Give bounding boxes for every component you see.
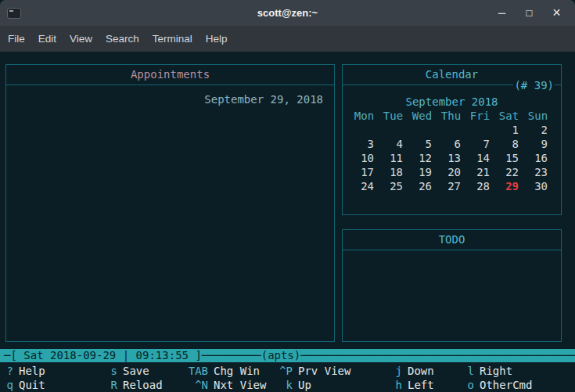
menubar: File Edit View Search Terminal Help bbox=[0, 26, 575, 52]
calendar-day-cell: 3 bbox=[350, 137, 379, 151]
calendar-day-cell: 16 bbox=[523, 151, 552, 165]
menu-terminal[interactable]: Terminal bbox=[153, 26, 192, 52]
keybinding-key: s bbox=[110, 364, 117, 378]
calendar-day-cell: 8 bbox=[494, 137, 523, 151]
todo-panel: TODO bbox=[342, 229, 562, 342]
titlebar[interactable]: scott@zen:~ ─ □ × bbox=[0, 0, 575, 26]
keybinding-label: Save bbox=[123, 364, 149, 378]
calendar-day-cell: 27 bbox=[437, 179, 465, 193]
calendar-day-cell: 6 bbox=[437, 137, 465, 151]
calendar-day-cell: 9 bbox=[523, 137, 552, 151]
keybinding-prv-view: ^P Prv View bbox=[279, 364, 350, 378]
calendar-day-cell: 10 bbox=[350, 151, 379, 165]
day-header-wed: Wed bbox=[408, 109, 437, 123]
keybinding-label: Nxt View bbox=[214, 378, 266, 392]
todo-title: TODO bbox=[343, 230, 561, 250]
calendar-day-cell: 26 bbox=[408, 179, 437, 193]
calendar-day-cell: 7 bbox=[465, 137, 494, 151]
calendar-panel: Calendar (# 39) September 2018 Mon Tue W… bbox=[342, 64, 562, 215]
calendar-day-cell: 1 bbox=[494, 123, 523, 137]
keybinding-label: Quit bbox=[19, 378, 45, 392]
todo-separator bbox=[343, 250, 561, 250]
calendar-day-cell: 2 bbox=[523, 123, 552, 137]
calendar-day-cell: 13 bbox=[437, 151, 465, 165]
keybinding-key: ? bbox=[5, 364, 13, 378]
keybinding-key: h bbox=[394, 378, 402, 392]
keybinding-save: s Save bbox=[110, 364, 149, 378]
calendar-day-cell: 5 bbox=[408, 137, 437, 151]
keybinding-key: R bbox=[110, 378, 117, 392]
keybinding-reload: R Reload bbox=[110, 378, 163, 392]
appointments-title: Appointments bbox=[6, 65, 334, 85]
keybinding-key: ^P bbox=[279, 364, 293, 378]
keybinding-label: Chg Win bbox=[214, 364, 260, 378]
keybinding-othercmd: o OtherCmd bbox=[466, 378, 532, 392]
day-header-fri: Fri bbox=[465, 109, 494, 123]
calendar-day-cell bbox=[437, 123, 465, 137]
calendar-day-cell: 18 bbox=[379, 165, 408, 179]
keybinding-label: Up bbox=[298, 378, 311, 392]
menu-file[interactable]: File bbox=[8, 26, 25, 52]
calendar-day-cell: 23 bbox=[523, 165, 552, 179]
calendar-day-cell: 4 bbox=[379, 137, 408, 151]
appointments-panel: Appointments September 29, 2018 bbox=[5, 64, 335, 342]
calendar-day-cell bbox=[379, 123, 408, 137]
terminal-window: scott@zen:~ ─ □ × File Edit View Search … bbox=[0, 0, 575, 392]
keybinding-label: OtherCmd bbox=[480, 378, 532, 392]
day-header-thu: Thu bbox=[437, 109, 465, 123]
calendar-day-cell bbox=[408, 123, 437, 137]
minimize-icon[interactable]: ─ bbox=[488, 0, 516, 26]
keybinding-key: TAB bbox=[188, 364, 208, 378]
terminal-icon bbox=[7, 8, 21, 19]
keybinding-up: k Up bbox=[279, 378, 311, 392]
terminal-screen[interactable]: Appointments September 29, 2018 Calendar… bbox=[0, 52, 575, 392]
keybinding-help: ? Help bbox=[5, 364, 45, 378]
keybinding-label: Help bbox=[19, 364, 45, 378]
keybinding-right: l Right bbox=[466, 364, 512, 378]
keybinding-down: j Down bbox=[394, 364, 434, 378]
keybindings-row-1: ? Help s Save TAB Chg Win ^P Prv View j … bbox=[0, 364, 575, 378]
menu-view[interactable]: View bbox=[70, 26, 92, 52]
keybinding-label: Down bbox=[408, 364, 434, 378]
close-icon[interactable]: × bbox=[543, 0, 570, 26]
calendar-day-cell: 28 bbox=[465, 179, 494, 193]
window-controls: ─ □ × bbox=[488, 0, 570, 26]
week-number-badge: (# 39) bbox=[513, 78, 555, 92]
menu-search[interactable]: Search bbox=[106, 26, 139, 52]
calendar-day-cell: 22 bbox=[494, 165, 523, 179]
calendar-grid: Mon Tue Wed Thu Fri Sat Sun 1 2 3 4 5 6 … bbox=[350, 109, 561, 193]
keybinding-left: h Left bbox=[394, 378, 434, 392]
keybinding-label: Right bbox=[480, 364, 512, 378]
calendar-day-cell: 30 bbox=[523, 179, 552, 193]
calendar-separator: (# 39) bbox=[343, 85, 561, 85]
calendar-day-cell: 21 bbox=[465, 165, 494, 179]
day-header-sun: Sun bbox=[523, 109, 552, 123]
calendar-month-label: September 2018 bbox=[343, 95, 561, 109]
keybinding-key: ^N bbox=[188, 378, 208, 392]
calendar-day-cell: 15 bbox=[494, 151, 523, 165]
maximize-icon[interactable]: □ bbox=[516, 0, 543, 26]
keybinding-key: l bbox=[466, 364, 474, 378]
calendar-day-cell: 19 bbox=[408, 165, 437, 179]
calendar-day-cell: 12 bbox=[408, 151, 437, 165]
appointments-date-heading: September 29, 2018 bbox=[6, 92, 334, 106]
day-header-sat: Sat bbox=[494, 109, 523, 123]
keybinding-nxt-view: ^N Nxt View bbox=[188, 378, 266, 392]
menu-help[interactable]: Help bbox=[206, 26, 228, 52]
keybinding-key: q bbox=[5, 378, 13, 392]
calendar-day-cell: 17 bbox=[350, 165, 379, 179]
day-header-tue: Tue bbox=[379, 109, 408, 123]
keybindings-row-2: q Quit R Reload ^N Nxt View k Up h Left … bbox=[0, 378, 575, 392]
calendar-day-cell: 11 bbox=[379, 151, 408, 165]
calendar-day-today: 29 bbox=[494, 179, 523, 193]
calendar-day-cell bbox=[465, 123, 494, 137]
notify-bar: ─[ Sat 2018-09-29 | 09:13:55 ]─────────(… bbox=[0, 349, 575, 362]
keybinding-label: Prv View bbox=[298, 364, 350, 378]
calendar-day-cell: 25 bbox=[379, 179, 408, 193]
calendar-day-cell bbox=[350, 123, 379, 137]
keybinding-label: Left bbox=[408, 378, 434, 392]
keybinding-quit: q Quit bbox=[5, 378, 45, 392]
calendar-day-cell: 20 bbox=[437, 165, 465, 179]
menu-edit[interactable]: Edit bbox=[38, 26, 56, 52]
keybinding-chg-win: TAB Chg Win bbox=[188, 364, 260, 378]
